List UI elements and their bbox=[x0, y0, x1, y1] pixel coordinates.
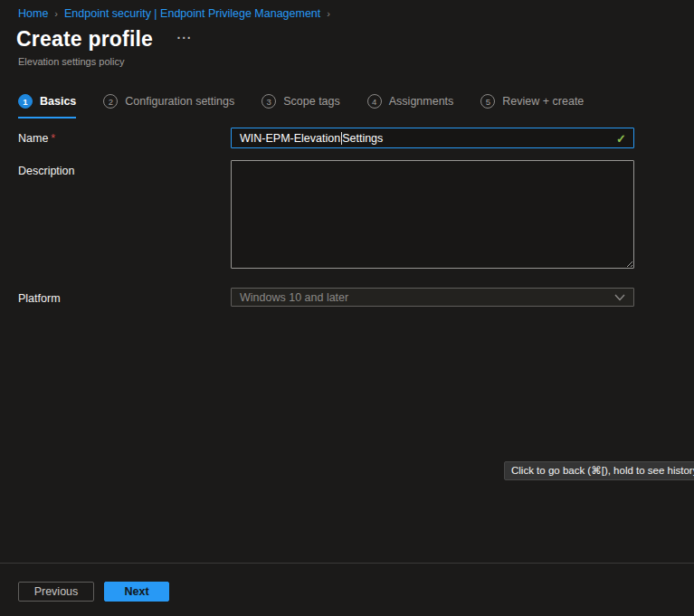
tab-review-create[interactable]: 5 Review + create bbox=[480, 94, 584, 117]
label-text: Name bbox=[18, 132, 48, 145]
breadcrumb-endpoint-security-link[interactable]: Endpoint security | Endpoint Privilege M… bbox=[64, 7, 320, 20]
tab-configuration-settings[interactable]: 2 Configuration settings bbox=[103, 94, 234, 117]
page-header: Create profile ··· Elevation settings po… bbox=[16, 27, 193, 67]
next-button[interactable]: Next bbox=[104, 582, 169, 602]
page-subtitle: Elevation settings policy bbox=[18, 56, 193, 67]
step-number-badge: 4 bbox=[367, 94, 382, 109]
more-options-ellipsis-icon[interactable]: ··· bbox=[177, 31, 193, 45]
tab-basics[interactable]: 1 Basics bbox=[18, 94, 76, 118]
step-number-badge: 5 bbox=[480, 94, 495, 109]
step-label: Basics bbox=[40, 95, 76, 108]
step-label: Assignments bbox=[389, 95, 454, 108]
platform-field-label: Platform bbox=[18, 288, 231, 305]
step-label: Configuration settings bbox=[125, 95, 234, 108]
checkmark-icon: ✓ bbox=[616, 131, 626, 145]
tab-scope-tags[interactable]: 3 Scope tags bbox=[261, 94, 340, 117]
breadcrumb-home-link[interactable]: Home bbox=[18, 7, 48, 20]
step-label: Scope tags bbox=[283, 95, 340, 108]
step-number-badge: 1 bbox=[18, 94, 33, 109]
breadcrumb-separator-icon: › bbox=[54, 8, 58, 19]
description-field-row: Description bbox=[18, 160, 634, 272]
chevron-down-icon bbox=[614, 294, 625, 301]
tab-assignments[interactable]: 4 Assignments bbox=[367, 94, 454, 117]
previous-button[interactable]: Previous bbox=[18, 582, 94, 602]
platform-dropdown[interactable]: Windows 10 and later bbox=[231, 288, 634, 307]
description-textarea[interactable] bbox=[231, 160, 634, 269]
name-input-value: Settings bbox=[342, 132, 383, 145]
description-field-label: Description bbox=[18, 160, 231, 177]
name-field-row: Name* WIN-EPM-ElevationSettings ✓ bbox=[18, 128, 634, 148]
step-label: Review + create bbox=[502, 95, 584, 108]
name-field-label: Name* bbox=[18, 128, 231, 145]
required-asterisk: * bbox=[51, 132, 55, 145]
back-history-tooltip: Click to go back (⌘[), hold to see histo… bbox=[504, 461, 694, 480]
platform-field-row: Platform Windows 10 and later bbox=[18, 288, 634, 307]
breadcrumb: Home › Endpoint security | Endpoint Priv… bbox=[18, 7, 330, 20]
wizard-steps: 1 Basics 2 Configuration settings 3 Scop… bbox=[18, 94, 584, 118]
breadcrumb-separator-icon: › bbox=[327, 8, 330, 19]
wizard-footer: Previous Next bbox=[0, 563, 694, 616]
step-number-badge: 2 bbox=[103, 94, 118, 109]
name-input-value: WIN-EPM-Elevation bbox=[240, 132, 340, 145]
step-number-badge: 3 bbox=[261, 94, 276, 109]
create-profile-page: Home › Endpoint security | Endpoint Priv… bbox=[0, 0, 694, 616]
basics-form: Name* WIN-EPM-ElevationSettings ✓ Descri… bbox=[18, 128, 634, 307]
page-title: Create profile bbox=[16, 27, 153, 52]
platform-dropdown-value: Windows 10 and later bbox=[240, 291, 348, 304]
name-input[interactable]: WIN-EPM-ElevationSettings ✓ bbox=[231, 128, 634, 148]
